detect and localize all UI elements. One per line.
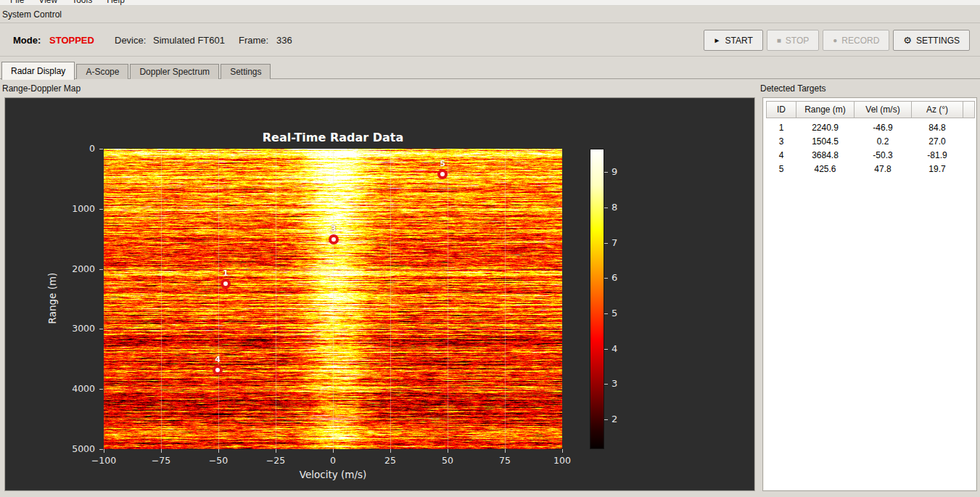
y-tick-mark: [99, 209, 103, 210]
table-cell: 425.6: [796, 163, 855, 176]
y-tick-label: 1000: [50, 203, 95, 214]
stop-button-label: STOP: [786, 36, 809, 46]
table-row[interactable]: 5425.647.819.7: [767, 163, 975, 176]
y-tick-mark: [99, 389, 103, 390]
control-panel: Mode: STOPPED Device: Simulated FT601 Fr…: [0, 24, 980, 57]
table-cell: 27.0: [912, 135, 963, 149]
table-cell: 19.7: [912, 163, 963, 176]
table-cell: 4: [767, 149, 796, 163]
x-tick-mark: [104, 449, 104, 453]
y-tick-mark: [99, 449, 103, 450]
colorbar-tick-mark: [604, 419, 608, 420]
stop-button: ■STOP: [767, 30, 820, 51]
y-tick-mark: [99, 149, 103, 149]
table-cell: 1504.5: [796, 135, 855, 149]
targets-column-header[interactable]: Vel (m/s): [855, 102, 912, 118]
detected-targets-label: Detected Targets: [760, 83, 826, 94]
targets-column-header[interactable]: Range (m): [796, 102, 855, 118]
colorbar-tick-mark: [604, 172, 608, 173]
colorbar: [590, 149, 604, 449]
x-tick-mark: [505, 449, 506, 453]
menu-item-view[interactable]: View: [31, 0, 65, 6]
table-cell: 47.8: [855, 163, 912, 176]
x-tick-mark: [390, 449, 391, 453]
stop-icon: ■: [777, 37, 781, 44]
plot-title: Real-Time Radar Data: [104, 131, 562, 144]
settings-button[interactable]: ⚙SETTINGS: [893, 30, 970, 51]
target-marker-label: 5: [435, 159, 450, 168]
range-doppler-plot-panel: Real-Time Radar Data −100−75−50−25025507…: [4, 97, 755, 491]
table-cell: -50.3: [855, 149, 912, 163]
x-tick-mark: [218, 449, 219, 453]
x-axis-label: Velocity (m/s): [104, 469, 562, 480]
settings-button-label: SETTINGS: [916, 36, 960, 46]
device-value: Simulated FT601: [153, 35, 225, 46]
colorbar-tick-mark: [604, 384, 608, 385]
targets-column-header[interactable]: ID: [767, 102, 796, 118]
table-cell: 3684.8: [796, 149, 855, 163]
tab-radar-display[interactable]: Radar Display: [1, 62, 75, 80]
x-tick-label: −75: [141, 455, 181, 466]
x-tick-label: −25: [255, 455, 296, 466]
x-tick-mark: [161, 449, 162, 453]
table-row[interactable]: 31504.50.227.0: [767, 135, 975, 149]
x-tick-mark: [562, 449, 563, 453]
menu-item-tools[interactable]: Tools: [65, 0, 99, 6]
table-cell: 0.2: [855, 135, 912, 149]
table-row[interactable]: 12240.9-46.984.8: [767, 121, 975, 135]
x-tick-label: 100: [542, 455, 582, 466]
y-tick-label: 0: [50, 143, 95, 154]
colorbar-tick-label: 9: [612, 166, 617, 177]
table-row[interactable]: 43684.8-50.3-81.9: [767, 149, 975, 163]
system-control-group: System Control: [0, 7, 980, 23]
x-tick-label: −50: [198, 455, 239, 466]
table-cell: 84.8: [912, 121, 963, 135]
colorbar-tick-label: 8: [612, 202, 617, 213]
record-button-label: RECORD: [841, 36, 879, 46]
colorbar-tick-label: 5: [612, 308, 617, 319]
menu-item-help[interactable]: Help: [99, 0, 132, 6]
table-cell-stub: [963, 121, 975, 135]
record-icon: ●: [833, 37, 837, 44]
y-axis-label: Range (m): [46, 268, 59, 329]
menu-item-file[interactable]: File: [3, 0, 31, 6]
target-marker-label: 3: [326, 224, 341, 234]
device-label: Device:: [115, 35, 146, 46]
tab-doppler-spectrum[interactable]: Doppler Spectrum: [130, 64, 219, 79]
targets-column-header[interactable]: Az (°): [912, 102, 963, 118]
colorbar-tick-mark: [604, 278, 608, 279]
system-control-title: System Control: [2, 9, 62, 20]
tab-a-scope[interactable]: A-Scope: [76, 64, 128, 79]
table-cell: 5: [767, 163, 796, 176]
colorbar-tick-label: 3: [612, 378, 617, 389]
x-tick-label: 0: [313, 455, 353, 466]
y-tick-mark: [99, 329, 103, 329]
frame-label: Frame:: [239, 35, 268, 46]
colorbar-tick-label: 7: [612, 237, 617, 248]
table-cell: 1: [767, 121, 796, 135]
table-cell: -81.9: [912, 149, 963, 163]
start-button[interactable]: ►START: [704, 30, 763, 51]
menu-bar: FileViewToolsHelp: [0, 0, 980, 6]
y-tick-mark: [99, 269, 103, 270]
target-marker-label: 4: [210, 355, 225, 364]
y-tick-label: 4000: [50, 383, 95, 394]
table-cell-stub: [963, 149, 975, 163]
tab-settings[interactable]: Settings: [221, 64, 271, 79]
play-icon: ►: [714, 37, 721, 44]
x-tick-mark: [276, 449, 276, 453]
mode-value: STOPPED: [49, 35, 94, 46]
targets-table-header-row: IDRange (m)Vel (m/s)Az (°): [767, 102, 975, 118]
range-doppler-map-label: Range-Doppler Map: [2, 83, 81, 94]
menu-bar-items: FileViewToolsHelp: [0, 0, 980, 6]
table-cell-stub: [963, 135, 975, 149]
table-cell: 2240.9: [796, 121, 855, 135]
start-button-label: START: [725, 36, 753, 46]
targets-table-body: 12240.9-46.984.831504.50.227.043684.8-50…: [767, 118, 975, 176]
targets-column-header-stub: [963, 102, 975, 118]
target-marker[interactable]: [221, 279, 231, 289]
range-doppler-heatmap[interactable]: [104, 149, 562, 449]
target-marker[interactable]: [329, 234, 339, 245]
tab-bar: Radar DisplayA-ScopeDoppler SpectrumSett…: [0, 62, 980, 79]
x-tick-label: 75: [485, 455, 525, 466]
